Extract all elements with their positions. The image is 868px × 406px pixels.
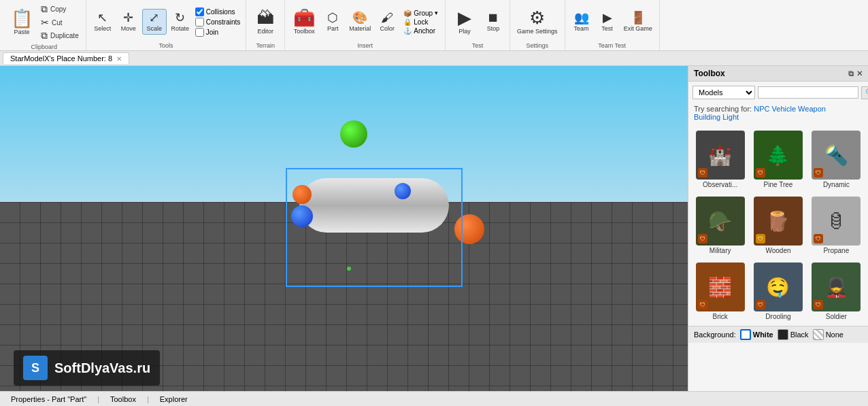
color-button[interactable]: 🖌 Color bbox=[375, 10, 399, 34]
status-bar: Properties - Part "Part" | Toolbox | Exp… bbox=[0, 391, 868, 406]
team-icon: 👥 bbox=[574, 12, 589, 24]
military-label: Military bbox=[710, 247, 731, 254]
drooling-badge: 🛡 bbox=[756, 300, 765, 309]
toolbox-item-brick[interactable]: 🧱 🛡 Brick bbox=[692, 260, 748, 323]
dynamic-badge: 🛡 bbox=[814, 168, 823, 177]
rotate-icon: ↻ bbox=[175, 12, 185, 24]
toolbox-item-observation[interactable]: 🏰 🛡 Observati... bbox=[692, 128, 748, 191]
toolbox-close-button[interactable]: ✕ bbox=[856, 69, 863, 78]
exit-game-button[interactable]: 🚪 Exit Game bbox=[621, 10, 655, 34]
toolbox-float-button[interactable]: ⧉ bbox=[848, 69, 854, 78]
select-button[interactable]: ↖ Select bbox=[90, 10, 115, 34]
wooden-label: Wooden bbox=[765, 247, 790, 254]
tab-0[interactable]: StarModelX's Place Number: 8 ✕ bbox=[3, 52, 129, 64]
material-button[interactable]: 🎨 Material bbox=[346, 10, 373, 34]
propane-label: Propane bbox=[823, 247, 849, 254]
suggestion-npc[interactable]: NPC bbox=[754, 105, 769, 113]
toolbox-item-wooden[interactable]: 🪵 🛡 Wooden bbox=[750, 194, 805, 257]
white-swatch bbox=[740, 329, 751, 340]
insert-label: Insert bbox=[357, 41, 373, 49]
soldier-thumb: 💂 🛡 bbox=[812, 263, 861, 311]
viewport[interactable]: S SoftDlyaVas.ru bbox=[0, 66, 688, 406]
pine-tree-badge: 🛡 bbox=[756, 168, 765, 177]
clipboard-label: Clipboard bbox=[31, 42, 58, 50]
duplicate-button[interactable]: ⧉ Duplicate bbox=[38, 29, 82, 42]
test-team-button[interactable]: ▶ Test bbox=[595, 10, 620, 34]
pine-tree-thumb: 🌲 🛡 bbox=[754, 131, 803, 180]
part-icon: ⬡ bbox=[327, 12, 338, 24]
toolbox-search-input[interactable] bbox=[758, 86, 858, 99]
copy-icon: ⧉ bbox=[41, 3, 48, 15]
black-color-option[interactable]: Black bbox=[778, 329, 809, 340]
properties-tab[interactable]: Properties - Part "Part" bbox=[5, 394, 92, 405]
settings-icon: ⚙ bbox=[529, 9, 545, 27]
toolbox-item-soldier[interactable]: 💂 🛡 Soldier bbox=[809, 260, 864, 323]
pine-tree-label: Pine Tree bbox=[764, 181, 793, 188]
insert-group: 🧰 Toolbox ⬡ Part 🎨 Material 🖌 Color 📦Gro… bbox=[285, 0, 446, 50]
watermark-logo: S bbox=[23, 356, 48, 380]
stop-button[interactable]: ⏹ Stop bbox=[481, 10, 505, 34]
watermark: S SoftDlyaVas.ru bbox=[14, 350, 160, 386]
terrain-icon: 🏔 bbox=[256, 9, 274, 27]
white-label: White bbox=[753, 331, 773, 339]
cut-button[interactable]: ✂ Cut bbox=[38, 16, 82, 29]
toolbox-header: Toolbox ⧉ ✕ bbox=[688, 66, 868, 82]
brick-label: Brick bbox=[713, 313, 728, 320]
toolbox-item-drooling[interactable]: 🤤 🛡 Drooling bbox=[750, 260, 805, 323]
scale-button[interactable]: ⤢ Scale bbox=[142, 9, 167, 35]
terrain-group: 🏔 Editor Terrain bbox=[246, 0, 285, 50]
tools-label: Tools bbox=[158, 41, 173, 49]
team-button[interactable]: 👥 Team bbox=[569, 10, 594, 34]
test-group: ▶ Play ⏹ Stop Test bbox=[446, 0, 510, 50]
tabs-bar: StarModelX's Place Number: 8 ✕ bbox=[0, 51, 868, 66]
stop-icon: ⏹ bbox=[487, 12, 499, 24]
toolbox-search-row: Models Free Models Plugins Audio Images … bbox=[688, 82, 868, 103]
join-option[interactable]: Join bbox=[195, 28, 241, 37]
toolbox-item-pine-tree[interactable]: 🌲 🛡 Pine Tree bbox=[750, 128, 805, 191]
toolbox-search-button[interactable]: 🔍 bbox=[861, 86, 868, 99]
constraints-option[interactable]: Constraints bbox=[195, 18, 241, 27]
part-button[interactable]: ⬡ Part bbox=[320, 10, 345, 34]
toolbox-tab[interactable]: Toolbox bbox=[105, 394, 141, 405]
propane-thumb: 🛢 🛡 bbox=[812, 197, 861, 246]
toolbox-grid: 🏰 🛡 Observati... 🌲 🛡 Pine Tree 🔦 🛡 bbox=[688, 125, 868, 326]
explorer-tab[interactable]: Explorer bbox=[154, 394, 193, 405]
toolbox-icon: 🧰 bbox=[293, 9, 315, 27]
test-label: Test bbox=[472, 41, 484, 49]
play-icon: ▶ bbox=[458, 9, 471, 27]
editor-button[interactable]: 🏔 Editor bbox=[250, 7, 280, 37]
move-button[interactable]: ✛ Move bbox=[116, 10, 141, 34]
select-icon: ↖ bbox=[97, 12, 107, 24]
soldier-badge: 🛡 bbox=[814, 300, 823, 309]
copy-button[interactable]: ⧉ Copy bbox=[38, 3, 82, 16]
observation-thumb: 🏰 🛡 bbox=[696, 131, 745, 180]
toolbox-title: Toolbox bbox=[694, 69, 725, 78]
suggestion-vehicle[interactable]: Vehicle bbox=[772, 105, 796, 113]
move-icon: ✛ bbox=[123, 12, 133, 24]
suggestion-weapon[interactable]: Weapon bbox=[798, 105, 826, 113]
brick-badge: 🛡 bbox=[698, 300, 707, 309]
toolbox-button[interactable]: 🧰 Toolbox bbox=[289, 7, 319, 37]
game-settings-button[interactable]: ⚙ Game Settings bbox=[514, 7, 561, 37]
brick-thumb: 🧱 🛡 bbox=[696, 263, 745, 311]
team-test-group: 👥 Team ▶ Test 🚪 Exit Game Team Test bbox=[565, 0, 660, 50]
none-color-option[interactable]: None bbox=[813, 329, 844, 340]
collisions-option[interactable]: Collisions bbox=[195, 7, 241, 16]
tab-close-button[interactable]: ✕ bbox=[116, 55, 122, 63]
rotate-button[interactable]: ↻ Rotate bbox=[168, 10, 193, 34]
suggestion-light[interactable]: Light bbox=[722, 113, 739, 121]
paste-button[interactable]: 📋 Paste bbox=[7, 7, 37, 37]
toolbox-item-propane[interactable]: 🛢 🛡 Propane bbox=[809, 194, 864, 257]
settings-group: ⚙ Game Settings Settings bbox=[510, 0, 565, 50]
suggestion-building[interactable]: Building bbox=[694, 113, 720, 121]
play-button[interactable]: ▶ Play bbox=[450, 7, 480, 37]
toolbox-item-military[interactable]: 🪖 🛡 Military bbox=[692, 194, 748, 257]
wooden-thumb: 🪵 🛡 bbox=[754, 197, 803, 246]
white-color-option[interactable]: White bbox=[740, 329, 773, 340]
military-thumb: 🪖 🛡 bbox=[696, 197, 745, 246]
anchor-row: ⚓Anchor bbox=[403, 27, 438, 35]
toolbox-item-dynamic[interactable]: 🔦 🛡 Dynamic bbox=[809, 128, 864, 191]
toolbox-filter-select[interactable]: Models Free Models Plugins Audio Images bbox=[692, 86, 755, 99]
black-swatch bbox=[778, 329, 788, 340]
tab-title: StarModelX's Place Number: 8 bbox=[10, 54, 112, 63]
